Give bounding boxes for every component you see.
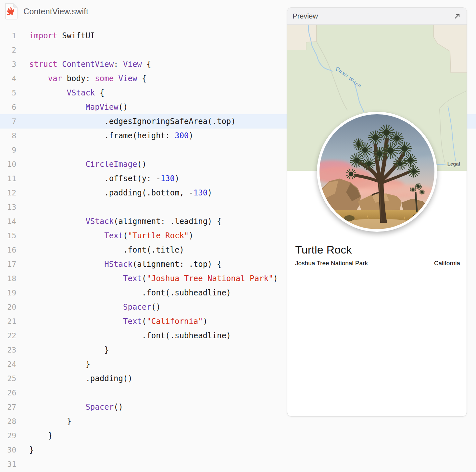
preview-title: Preview — [293, 12, 318, 20]
code-text: HStack(alignment: .top) { — [16, 257, 221, 271]
joshua-tree-photo — [319, 114, 434, 229]
line-number: 28 — [0, 414, 16, 429]
code-text: CircleImage() — [16, 157, 146, 171]
code-text: VStack { — [16, 86, 104, 100]
line-number: 18 — [0, 271, 16, 286]
page: ContentView.swift 1import SwiftUI23struc… — [0, 0, 476, 472]
line-number: 4 — [0, 71, 16, 86]
code-text: .padding(.bottom, -130) — [16, 186, 212, 200]
code-text: VStack(alignment: .leading) { — [16, 214, 221, 229]
line-number: 10 — [0, 157, 16, 171]
file-title: ContentView.swift — [23, 7, 88, 16]
code-text: } — [16, 414, 71, 429]
line-number: 14 — [0, 214, 16, 229]
code-text — [16, 386, 29, 400]
code-text — [16, 43, 29, 57]
landmark-state: California — [434, 260, 460, 267]
line-number: 25 — [0, 371, 16, 386]
line-number: 5 — [0, 86, 16, 100]
legal-link[interactable]: Legal — [447, 161, 460, 167]
line-number: 7 — [0, 114, 16, 129]
code-text: MapView() — [16, 100, 128, 114]
line-number: 15 — [0, 229, 16, 243]
code-text — [16, 143, 29, 157]
line-number: 13 — [0, 200, 16, 214]
preview-header: Preview — [287, 8, 467, 25]
landmark-card: Turtle Rock Joshua Tree National Park Ca… — [295, 243, 460, 267]
preview-panel: Preview — [287, 7, 467, 416]
line-number: 22 — [0, 329, 16, 343]
line-number: 27 — [0, 400, 16, 414]
code-text: } — [16, 429, 53, 443]
code-text: struct ContentView: View { — [16, 57, 151, 71]
code-text: Spacer() — [16, 400, 123, 414]
code-text: .offset(y: -130) — [16, 171, 179, 186]
line-number: 6 — [0, 100, 16, 114]
line-number: 29 — [0, 429, 16, 443]
code-text: .font(.subheadline) — [16, 329, 231, 343]
code-text: } — [16, 357, 90, 371]
expand-arrow-icon[interactable] — [453, 12, 461, 20]
landmark-title: Turtle Rock — [295, 243, 460, 256]
code-line[interactable]: 31 — [0, 457, 476, 471]
line-number: 2 — [0, 43, 16, 57]
line-number: 3 — [0, 57, 16, 71]
code-line[interactable]: 30} — [0, 443, 476, 457]
landmark-park: Joshua Tree National Park — [295, 260, 368, 267]
line-number: 26 — [0, 386, 16, 400]
code-text — [16, 200, 29, 214]
code-line[interactable]: 29 } — [0, 429, 476, 443]
line-number: 9 — [0, 143, 16, 157]
line-number: 20 — [0, 300, 16, 314]
line-number: 30 — [0, 443, 16, 457]
line-number: 24 — [0, 357, 16, 371]
circle-image — [317, 112, 437, 232]
code-text — [16, 457, 29, 471]
line-number: 21 — [0, 314, 16, 329]
code-text: import SwiftUI — [16, 29, 95, 43]
code-text: .font(.title) — [16, 243, 184, 257]
line-number: 1 — [0, 29, 16, 43]
code-text: Text("California") — [16, 314, 207, 329]
line-number: 8 — [0, 129, 16, 143]
code-text: Spacer() — [16, 300, 161, 314]
code-text: .frame(height: 300) — [16, 129, 194, 143]
swift-file-icon — [5, 3, 18, 20]
line-number: 19 — [0, 286, 16, 300]
code-text: .edgesIgnoringSafeArea(.top) — [16, 114, 236, 129]
code-text: .font(.subheadline) — [16, 286, 231, 300]
line-number: 11 — [0, 171, 16, 186]
code-text: var body: some View { — [16, 71, 146, 86]
line-number: 31 — [0, 457, 16, 471]
code-text: Text("Joshua Tree National Park") — [16, 271, 278, 286]
code-text: } — [16, 343, 109, 357]
code-text: } — [16, 443, 34, 457]
line-number: 23 — [0, 343, 16, 357]
code-text: .padding() — [16, 371, 132, 386]
line-number: 17 — [0, 257, 16, 271]
line-number: 12 — [0, 186, 16, 200]
code-text: Text("Turtle Rock") — [16, 229, 194, 243]
line-number: 16 — [0, 243, 16, 257]
